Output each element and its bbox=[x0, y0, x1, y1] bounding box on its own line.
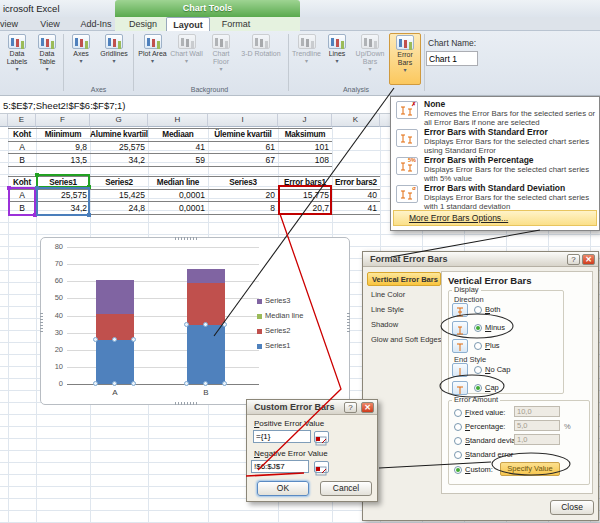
range-selector-button[interactable] bbox=[314, 431, 329, 443]
radio-custom[interactable] bbox=[454, 466, 462, 474]
cell[interactable]: 20 bbox=[208, 189, 278, 201]
plot-area-button[interactable]: Plot Area ▾ bbox=[136, 33, 169, 85]
rotation-3d-button[interactable]: 3-D Rotation bbox=[239, 33, 283, 85]
cell[interactable]: A bbox=[8, 141, 36, 153]
dialog-title-bar[interactable]: Custom Error Bars bbox=[247, 400, 377, 415]
header-cell[interactable]: Mediaan bbox=[148, 129, 208, 141]
radio-minus[interactable] bbox=[474, 324, 482, 332]
bar-segment-series1[interactable] bbox=[187, 325, 225, 384]
nav-line-style[interactable]: Line Style bbox=[367, 303, 441, 317]
tab-format[interactable]: Format bbox=[214, 17, 258, 31]
radio-cap-label[interactable]: Cap bbox=[485, 383, 499, 392]
nav-shadow[interactable]: Shadow bbox=[367, 318, 441, 332]
nav-vertical-error-bars[interactable]: Vertical Error Bars bbox=[367, 272, 441, 286]
cell[interactable]: 13,5 bbox=[36, 154, 90, 166]
cell[interactable]: 108 bbox=[278, 154, 332, 166]
cell[interactable]: 8 bbox=[208, 202, 278, 214]
axes-button[interactable]: Axes ▾ bbox=[66, 33, 96, 85]
radio-custom-label[interactable]: Custom: bbox=[465, 465, 493, 474]
range-handle[interactable] bbox=[35, 173, 39, 177]
direction-plus-icon[interactable] bbox=[452, 339, 468, 353]
radio-plus[interactable] bbox=[474, 342, 482, 350]
trendline-button[interactable]: Trendline ▾ bbox=[291, 33, 322, 85]
cell[interactable]: B bbox=[8, 154, 36, 166]
lines-button[interactable]: Lines ▾ bbox=[323, 33, 351, 85]
column-header-E[interactable]: E bbox=[8, 114, 36, 127]
chart-frame-handle[interactable] bbox=[175, 402, 197, 405]
negative-error-value-input[interactable] bbox=[251, 460, 309, 473]
series-selection-handle[interactable] bbox=[112, 381, 117, 386]
tab-design[interactable]: Design bbox=[122, 17, 164, 31]
chart-floor-button[interactable]: Chart Floor ▾ bbox=[204, 33, 238, 85]
header-cell[interactable]: Alumine kvartiil bbox=[90, 129, 148, 141]
radio-standard-deviation[interactable] bbox=[454, 437, 462, 445]
bar-segment-series2[interactable] bbox=[187, 283, 225, 325]
tab-review[interactable]: view bbox=[0, 17, 26, 31]
cell[interactable]: 24,8 bbox=[90, 202, 148, 214]
cell[interactable]: 25,575 bbox=[90, 141, 148, 153]
chart-plot-area[interactable]: 01020304050607080ABSeries3Median lineSer… bbox=[41, 238, 349, 404]
header-cell[interactable]: Error bars2 bbox=[332, 177, 380, 189]
radio-fixed-value[interactable] bbox=[454, 409, 462, 417]
cell[interactable]: 9,8 bbox=[36, 141, 90, 153]
legend-label[interactable]: Median line bbox=[265, 311, 303, 320]
cell[interactable]: 0,0001 bbox=[148, 202, 208, 214]
header-cell[interactable]: Koht bbox=[8, 129, 36, 141]
chart[interactable]: 01020304050607080ABSeries3Median lineSer… bbox=[40, 237, 350, 405]
specify-value-button[interactable]: Specify Value bbox=[500, 462, 560, 476]
radio-both[interactable] bbox=[474, 306, 482, 314]
chart-frame-handle[interactable] bbox=[175, 237, 197, 240]
bar-segment-series3[interactable] bbox=[187, 269, 225, 283]
chart-frame-handle[interactable] bbox=[347, 312, 350, 332]
cell[interactable]: 34,2 bbox=[90, 154, 148, 166]
column-header[interactable] bbox=[0, 114, 8, 127]
cell[interactable]: 101 bbox=[278, 141, 332, 153]
bar-segment-series3[interactable] bbox=[96, 280, 134, 314]
series-selection-handle[interactable] bbox=[131, 381, 136, 386]
cell[interactable]: 40 bbox=[332, 189, 380, 201]
error-bars-button[interactable]: Error Bars ▾ bbox=[389, 33, 421, 85]
header-cell[interactable]: Ülemine kvartiil bbox=[208, 129, 278, 141]
close-button[interactable]: Close bbox=[550, 500, 594, 515]
range-handle[interactable] bbox=[35, 186, 39, 190]
cell[interactable]: 15,425 bbox=[90, 189, 148, 201]
cell[interactable]: 0,0001 bbox=[148, 189, 208, 201]
header-cell[interactable]: Median line bbox=[148, 177, 208, 189]
header-cell[interactable]: Miinimum bbox=[36, 129, 90, 141]
legend-label[interactable]: Series1 bbox=[265, 341, 290, 350]
column-header-J[interactable]: J bbox=[278, 114, 332, 127]
direction-minus-icon[interactable] bbox=[452, 321, 468, 335]
data-labels-button[interactable]: Data Labels ▾ bbox=[2, 33, 32, 85]
cell[interactable]: 67 bbox=[208, 154, 278, 166]
updown-bars-button[interactable]: Up/Down Bars ▾ bbox=[352, 33, 388, 85]
radio-standard-error-label[interactable]: Standard error bbox=[465, 450, 513, 459]
help-button[interactable]: ? bbox=[344, 402, 357, 413]
cell[interactable]: 61 bbox=[208, 141, 278, 153]
radio-minus-label[interactable]: Minus bbox=[485, 323, 505, 332]
gridlines-button[interactable]: Gridlines ▾ bbox=[97, 33, 131, 85]
chart-wall-button[interactable]: Chart Wall ▾ bbox=[170, 33, 203, 85]
chart-name-input[interactable] bbox=[426, 51, 478, 66]
header-cell[interactable]: Maksimum bbox=[278, 129, 332, 141]
radio-fixed-value-label[interactable]: Fixed value: bbox=[465, 408, 505, 417]
bar-segment-series1[interactable] bbox=[96, 340, 134, 384]
cancel-button[interactable]: Cancel bbox=[320, 481, 372, 496]
series-selection-handle[interactable] bbox=[203, 381, 208, 386]
nav-line-color[interactable]: Line Color bbox=[367, 288, 441, 302]
header-cell[interactable]: Series2 bbox=[90, 177, 148, 189]
radio-percentage[interactable] bbox=[454, 423, 462, 431]
range-selector-button[interactable] bbox=[314, 461, 329, 473]
radio-cap[interactable] bbox=[474, 384, 482, 392]
header-cell[interactable]: Series3 bbox=[208, 177, 278, 189]
range-handle[interactable] bbox=[87, 213, 91, 217]
series-selection-handle[interactable] bbox=[184, 381, 189, 386]
end-style-cap-icon[interactable] bbox=[452, 381, 468, 395]
data-table-button[interactable]: Data Table ▾ bbox=[33, 33, 61, 85]
nav-glow-soft-edges[interactable]: Glow and Soft Edges bbox=[367, 333, 441, 347]
cell[interactable]: 41 bbox=[148, 141, 208, 153]
series-selection-handle[interactable] bbox=[222, 322, 227, 327]
column-header-K[interactable]: K bbox=[332, 114, 380, 127]
legend-label[interactable]: Series2 bbox=[265, 326, 290, 335]
close-icon[interactable]: ✕ bbox=[361, 402, 374, 413]
tab-layout[interactable]: Layout bbox=[166, 17, 210, 31]
